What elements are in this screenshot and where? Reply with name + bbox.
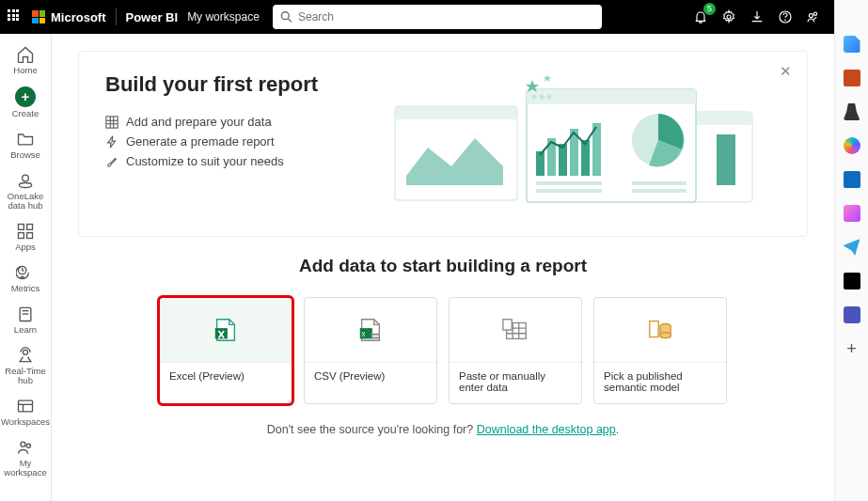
rail-outlook-icon[interactable] <box>844 171 860 188</box>
plus-icon: + <box>15 86 36 107</box>
nav-metrics[interactable]: Metrics <box>0 258 51 299</box>
svg-point-22 <box>26 444 30 447</box>
metrics-icon <box>16 263 35 282</box>
svg-point-6 <box>813 12 816 15</box>
nav-label: Create <box>12 109 39 118</box>
nav-workspaces[interactable]: Workspaces <box>0 391 51 432</box>
svg-rect-46 <box>581 140 590 176</box>
card-semantic-model[interactable]: Pick a published semantic model <box>593 297 727 404</box>
grid-icon <box>105 116 118 129</box>
card-label: Excel (Preview) <box>160 362 292 403</box>
search-icon <box>280 10 292 23</box>
svg-point-68 <box>660 333 671 338</box>
svg-rect-11 <box>19 233 24 239</box>
search-input[interactable] <box>273 5 602 29</box>
hero-title: Build your first report <box>105 72 318 97</box>
settings-gear-icon[interactable] <box>721 9 736 24</box>
nav-label: Browse <box>10 150 40 160</box>
section-heading: Add data to start building a report <box>52 256 834 276</box>
svg-rect-59 <box>371 337 379 339</box>
card-csv[interactable]: X CSV (Preview) <box>304 297 437 404</box>
rail-add-icon[interactable]: + <box>844 340 860 357</box>
card-label: CSV (Preview) <box>305 362 436 403</box>
svg-rect-29 <box>395 106 517 119</box>
rail-tag-icon[interactable] <box>844 36 860 53</box>
svg-point-21 <box>21 442 25 446</box>
app-launcher-icon[interactable] <box>8 9 23 24</box>
svg-rect-12 <box>27 233 33 239</box>
svg-point-2 <box>727 15 731 19</box>
realtime-icon <box>16 346 35 365</box>
search-field[interactable] <box>298 10 594 23</box>
nav-more-button[interactable]: ⋯ <box>18 483 33 501</box>
card-excel[interactable]: Excel (Preview) <box>159 297 292 404</box>
svg-text:X: X <box>361 331 366 337</box>
rail-telegram-icon[interactable] <box>844 239 860 256</box>
nav-learn[interactable]: Learn <box>0 299 51 340</box>
nav-label: Apps <box>15 243 36 252</box>
nav-create[interactable]: + Create <box>0 81 51 124</box>
microsoft-logo-icon <box>32 10 45 23</box>
product-label[interactable]: Power BI <box>126 10 179 24</box>
svg-rect-58 <box>371 334 379 336</box>
nav-onelake[interactable]: OneLake data hub <box>0 165 51 216</box>
rail-teams-icon[interactable] <box>844 306 860 323</box>
workspace-label[interactable]: My workspace <box>187 10 260 23</box>
rail-x-icon[interactable] <box>844 273 860 290</box>
feedback-icon[interactable] <box>806 9 821 24</box>
help-icon[interactable] <box>778 9 793 24</box>
nav-label: Real-Time hub <box>0 367 51 385</box>
card-paste[interactable]: Paste or manually enter data <box>449 297 582 404</box>
rail-chess-icon[interactable] <box>844 103 860 120</box>
hero-step-label: Generate a premade report <box>126 134 275 149</box>
svg-rect-10 <box>27 224 33 229</box>
nav-home[interactable]: Home <box>0 39 51 81</box>
main-content: Build your first report Add and prepare … <box>52 34 834 501</box>
svg-marker-54 <box>544 74 551 82</box>
notifications-button[interactable]: 5 <box>693 8 708 26</box>
svg-rect-38 <box>527 89 696 104</box>
nav-my-workspace[interactable]: My workspace <box>0 432 51 483</box>
hero-step: Customize to suit your needs <box>105 151 318 171</box>
svg-rect-28 <box>395 106 517 200</box>
apps-icon <box>16 222 35 241</box>
svg-rect-23 <box>106 116 118 127</box>
footer-text: Don't see the source you're looking for? <box>267 423 477 436</box>
rail-pink-icon[interactable] <box>844 205 860 222</box>
rail-briefcase-icon[interactable] <box>844 70 860 86</box>
table-icon <box>501 316 529 344</box>
hero-close-button[interactable]: ✕ <box>780 63 792 80</box>
nav-label: Metrics <box>11 284 40 293</box>
brand-label: Microsoft <box>51 10 106 24</box>
download-desktop-link[interactable]: Download the desktop app <box>477 423 616 436</box>
nav-label: OneLake data hub <box>0 192 51 211</box>
onelake-icon <box>16 171 35 190</box>
svg-point-7 <box>23 175 29 181</box>
nav-browse[interactable]: Browse <box>0 124 51 165</box>
left-nav: Home + Create Browse OneLake data hub Ap… <box>0 34 52 501</box>
nav-realtime[interactable]: Real-Time hub <box>0 340 51 391</box>
svg-point-41 <box>547 95 552 100</box>
svg-point-40 <box>540 95 544 100</box>
hero-illustration <box>386 72 762 213</box>
rail-copilot-icon[interactable] <box>844 137 860 154</box>
brush-icon <box>105 155 118 168</box>
svg-point-4 <box>785 20 786 21</box>
microsoft-brand: Microsoft <box>32 10 106 24</box>
svg-rect-44 <box>559 144 567 176</box>
svg-rect-9 <box>19 224 24 229</box>
hero-step: Generate a premade report <box>105 132 318 151</box>
hero-step-label: Customize to suit your needs <box>126 154 284 168</box>
excel-icon <box>212 316 240 344</box>
hero-card: Build your first report Add and prepare … <box>78 51 808 237</box>
nav-apps[interactable]: Apps <box>0 216 51 258</box>
hero-step-label: Add and prepare your data <box>126 115 272 129</box>
csv-icon: X <box>356 316 385 344</box>
svg-rect-36 <box>717 134 735 185</box>
download-icon[interactable] <box>750 9 765 24</box>
learn-icon <box>16 305 35 323</box>
lightning-icon <box>105 135 118 149</box>
svg-rect-66 <box>650 321 658 337</box>
divider <box>116 8 117 25</box>
hero-step: Add and prepare your data <box>105 112 318 132</box>
